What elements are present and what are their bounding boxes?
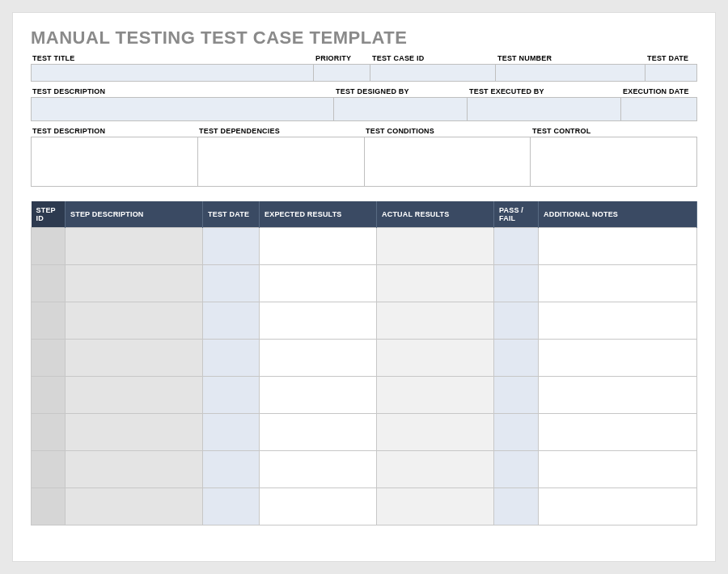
test-number-field[interactable]	[496, 64, 645, 82]
table-row	[32, 377, 697, 414]
test-designed-by-label: TEST DESIGNED BY	[334, 85, 468, 97]
meta-section-3: TEST DESCRIPTION TEST DEPENDENCIES TEST …	[31, 125, 697, 187]
test-date-cell[interactable]	[203, 265, 260, 302]
test-case-id-label: TEST CASE ID	[370, 52, 496, 64]
step-id-cell[interactable]	[32, 228, 66, 265]
test-date-cell[interactable]	[203, 228, 260, 265]
priority-field[interactable]	[314, 64, 370, 82]
execution-date-field[interactable]	[621, 97, 697, 121]
step-description-cell[interactable]	[66, 228, 203, 265]
test-date-cell[interactable]	[203, 488, 260, 525]
step-description-cell[interactable]	[66, 377, 203, 414]
step-id-cell[interactable]	[32, 340, 66, 377]
pass-fail-cell[interactable]	[494, 340, 539, 377]
expected-results-cell[interactable]	[260, 488, 377, 525]
table-row	[32, 488, 697, 525]
pass-fail-cell[interactable]	[494, 451, 539, 488]
test-designed-by-field[interactable]	[334, 97, 468, 121]
test-description-label: TEST DESCRIPTION	[31, 85, 334, 97]
test-date-field[interactable]	[645, 64, 697, 82]
table-row	[32, 228, 697, 265]
actual-results-cell[interactable]	[377, 414, 494, 451]
additional-notes-cell[interactable]	[539, 377, 697, 414]
step-id-cell[interactable]	[32, 488, 66, 525]
additional-notes-cell[interactable]	[539, 228, 697, 265]
expected-results-cell[interactable]	[260, 414, 377, 451]
additional-notes-cell[interactable]	[539, 451, 697, 488]
actual-results-cell[interactable]	[377, 265, 494, 302]
meta-section-2: TEST DESCRIPTION TEST DESIGNED BY TEST E…	[31, 85, 697, 121]
col-pass-fail: PASS / FAIL	[494, 201, 539, 228]
expected-results-cell[interactable]	[260, 265, 377, 302]
test-conditions-field[interactable]	[365, 137, 531, 187]
step-description-cell[interactable]	[66, 302, 203, 340]
test-date-cell[interactable]	[203, 340, 260, 377]
table-row	[32, 340, 697, 377]
additional-notes-cell[interactable]	[539, 340, 697, 377]
table-row	[32, 451, 697, 488]
test-control-field[interactable]	[531, 137, 697, 187]
actual-results-cell[interactable]	[377, 228, 494, 265]
test-date-cell[interactable]	[203, 377, 260, 414]
test-executed-by-field[interactable]	[468, 97, 621, 121]
test-case-id-field[interactable]	[370, 64, 496, 82]
test-date-cell[interactable]	[203, 414, 260, 451]
step-id-cell[interactable]	[32, 302, 66, 340]
col-expected-results: EXPECTED RESULTS	[260, 201, 377, 228]
pass-fail-cell[interactable]	[494, 302, 539, 340]
test-title-label: TEST TITLE	[31, 52, 314, 64]
additional-notes-cell[interactable]	[539, 414, 697, 451]
test-date-cell[interactable]	[203, 302, 260, 340]
step-id-cell[interactable]	[32, 451, 66, 488]
test-description2-field[interactable]	[31, 137, 198, 187]
test-date-label: TEST DATE	[645, 52, 697, 64]
expected-results-cell[interactable]	[260, 340, 377, 377]
pass-fail-cell[interactable]	[494, 414, 539, 451]
page-title: MANUAL TESTING TEST CASE TEMPLATE	[31, 27, 697, 49]
actual-results-cell[interactable]	[377, 377, 494, 414]
step-description-cell[interactable]	[66, 414, 203, 451]
additional-notes-cell[interactable]	[539, 302, 697, 340]
steps-header-row: STEP ID STEP DESCRIPTION TEST DATE EXPEC…	[32, 201, 697, 228]
col-additional-notes: ADDITIONAL NOTES	[539, 201, 697, 228]
additional-notes-cell[interactable]	[539, 265, 697, 302]
pass-fail-cell[interactable]	[494, 488, 539, 525]
table-row	[32, 302, 697, 340]
test-description-field[interactable]	[31, 97, 334, 121]
step-description-cell[interactable]	[66, 340, 203, 377]
actual-results-cell[interactable]	[377, 488, 494, 525]
pass-fail-cell[interactable]	[494, 265, 539, 302]
additional-notes-cell[interactable]	[539, 488, 697, 525]
test-title-field[interactable]	[31, 64, 314, 82]
test-date-cell[interactable]	[203, 451, 260, 488]
actual-results-cell[interactable]	[377, 340, 494, 377]
priority-label: PRIORITY	[314, 52, 370, 64]
pass-fail-cell[interactable]	[494, 377, 539, 414]
test-control-label: TEST CONTROL	[531, 125, 697, 137]
expected-results-cell[interactable]	[260, 228, 377, 265]
step-id-cell[interactable]	[32, 265, 66, 302]
step-description-cell[interactable]	[66, 488, 203, 525]
execution-date-label: EXECUTION DATE	[621, 85, 697, 97]
table-row	[32, 414, 697, 451]
actual-results-cell[interactable]	[377, 302, 494, 340]
test-number-label: TEST NUMBER	[496, 52, 645, 64]
test-dependencies-field[interactable]	[198, 137, 365, 187]
actual-results-cell[interactable]	[377, 451, 494, 488]
meta-section-1: TEST TITLE PRIORITY TEST CASE ID TEST NU…	[31, 52, 697, 82]
step-id-cell[interactable]	[32, 414, 66, 451]
step-description-cell[interactable]	[66, 451, 203, 488]
expected-results-cell[interactable]	[260, 451, 377, 488]
step-description-cell[interactable]	[66, 265, 203, 302]
steps-table: STEP ID STEP DESCRIPTION TEST DATE EXPEC…	[31, 201, 697, 525]
col-test-date: TEST DATE	[203, 201, 260, 228]
pass-fail-cell[interactable]	[494, 228, 539, 265]
col-step-id: STEP ID	[32, 201, 66, 228]
col-step-description: STEP DESCRIPTION	[66, 201, 203, 228]
expected-results-cell[interactable]	[260, 302, 377, 340]
expected-results-cell[interactable]	[260, 377, 377, 414]
col-actual-results: ACTUAL RESULTS	[377, 201, 494, 228]
step-id-cell[interactable]	[32, 377, 66, 414]
table-row	[32, 265, 697, 302]
test-conditions-label: TEST CONDITIONS	[364, 125, 531, 137]
